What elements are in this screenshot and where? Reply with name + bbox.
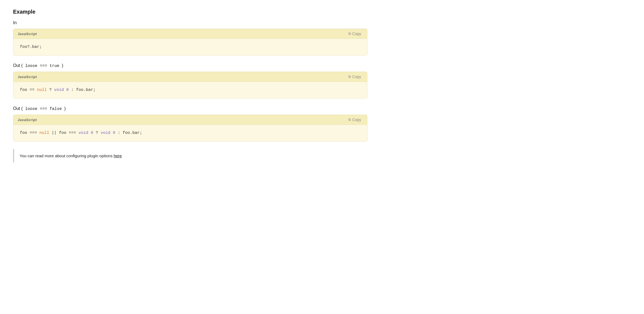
copy-label-out-loose-false: Copy — [352, 118, 361, 122]
code-block-out-loose-true: JavaScript ⧉ Copy foo == null ? void 0 :… — [13, 72, 367, 98]
out-loose-true-label: Out ( loose === true ) — [13, 63, 367, 68]
in-label: In — [13, 20, 367, 25]
copy-button-out-loose-true[interactable]: ⧉ Copy — [347, 74, 363, 79]
code-block-in: JavaScript ⧉ Copy foo?.bar; — [13, 29, 367, 56]
out-loose-false-label: Out ( loose === false ) — [13, 106, 367, 111]
code-block-in-header: JavaScript ⧉ Copy — [13, 29, 367, 39]
note-link[interactable]: here — [114, 153, 122, 158]
code-lang-label-out-loose-false: JavaScript — [18, 118, 37, 122]
code-block-out-loose-false-header: JavaScript ⧉ Copy — [13, 115, 367, 125]
note-text-before: You can read more about configuring plug… — [20, 153, 114, 158]
code-block-out-loose-true-body: foo == null ? void 0 : foo.bar; — [13, 82, 367, 98]
copy-label-in: Copy — [352, 32, 361, 36]
code-block-out-loose-false-body: foo === null || foo === void 0 ? void 0 … — [13, 125, 367, 141]
note-block: You can read more about configuring plug… — [13, 149, 367, 162]
code-in-pre: foo?.bar; — [20, 44, 361, 50]
copy-button-in[interactable]: ⧉ Copy — [347, 31, 363, 36]
code-block-out-loose-true-header: JavaScript ⧉ Copy — [13, 72, 367, 82]
copy-icon-out-loose-true: ⧉ — [348, 75, 351, 79]
note-text: You can read more about configuring plug… — [20, 153, 362, 158]
code-block-out-loose-false: JavaScript ⧉ Copy foo === null || foo ==… — [13, 115, 367, 141]
section-title: Example — [13, 9, 367, 15]
copy-icon-in: ⧉ — [348, 32, 351, 36]
copy-button-out-loose-false[interactable]: ⧉ Copy — [347, 117, 363, 122]
copy-icon-out-loose-false: ⧉ — [348, 118, 351, 122]
code-out-loose-false-pre: foo === null || foo === void 0 ? void 0 … — [20, 130, 361, 136]
code-block-in-body: foo?.bar; — [13, 39, 367, 55]
copy-label-out-loose-true: Copy — [352, 75, 361, 79]
code-lang-label-out-loose-true: JavaScript — [18, 75, 37, 79]
code-lang-label-in: JavaScript — [18, 32, 37, 36]
code-out-loose-true-pre: foo == null ? void 0 : foo.bar; — [20, 87, 361, 93]
